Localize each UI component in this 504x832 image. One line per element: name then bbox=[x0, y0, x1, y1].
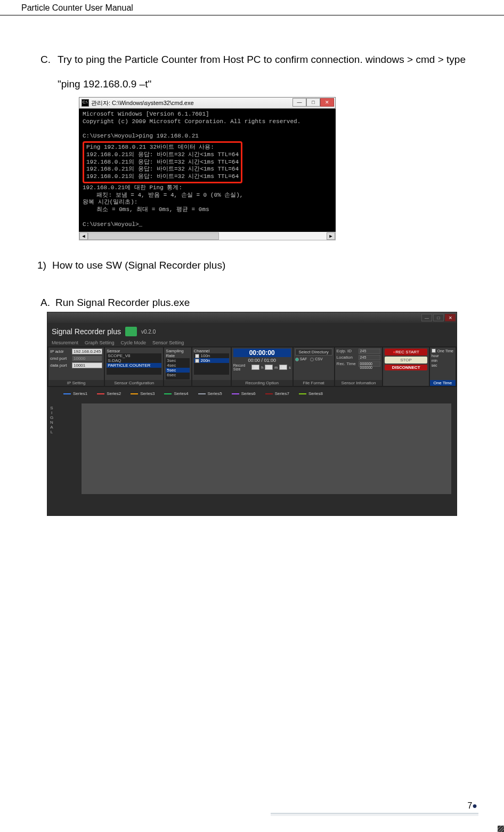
sr-panels: IP addr192.168.0.245 cmd port10000 data … bbox=[47, 346, 457, 387]
panel-channel-footer bbox=[192, 380, 231, 386]
rate-item-0[interactable]: 3sec bbox=[166, 358, 189, 363]
step-a-marker: A. bbox=[37, 297, 55, 309]
page-number: 7● bbox=[467, 801, 477, 811]
channel-item-0[interactable]: 100n bbox=[194, 353, 229, 358]
radio-saf[interactable]: SAF bbox=[295, 357, 307, 361]
radio-on-icon bbox=[295, 358, 299, 361]
cmd-port-field[interactable]: 10000 bbox=[72, 356, 102, 361]
sensor-list[interactable]: SCOPE_V8 S-DAQ PARTICLE COUNTER bbox=[107, 353, 161, 375]
checkbox-icon[interactable] bbox=[195, 354, 199, 358]
rec-s-field[interactable]: 0 bbox=[279, 365, 287, 370]
ip-addr-label: IP addr bbox=[50, 349, 70, 354]
sensor-item-1[interactable]: S-DAQ bbox=[107, 358, 161, 363]
panel-onetime-footer: One Time bbox=[430, 380, 456, 386]
panel-ip: IP addr192.168.0.245 cmd port10000 data … bbox=[48, 348, 104, 386]
menu-measurement[interactable]: Mesurement bbox=[52, 340, 78, 345]
scroll-right-icon[interactable]: ► bbox=[327, 232, 335, 240]
rate-list[interactable]: 3sec 4sec 5sec 6sec bbox=[166, 358, 189, 379]
rec-m-field[interactable]: 0 bbox=[265, 365, 273, 370]
rec-start-button[interactable]: REC START bbox=[385, 349, 427, 356]
sr-chart-area: S I G N A L bbox=[48, 400, 456, 512]
legend-series8[interactable]: Series8 bbox=[299, 391, 323, 396]
cmd-port-label: cmd port bbox=[50, 356, 70, 361]
sr-titlebar[interactable]: Signal Recorder plus v0.2.0 bbox=[47, 323, 457, 340]
file-format-radios: SAF CSV bbox=[295, 357, 332, 361]
disconnect-button[interactable]: DISCONNECT bbox=[385, 365, 427, 370]
record-size-row: Record Size 0h 0m 0s bbox=[233, 364, 291, 371]
legend-series5[interactable]: Series5 bbox=[198, 391, 222, 396]
sr-window-controls: — □ ✕ bbox=[47, 312, 457, 323]
resize-grip-icon[interactable] bbox=[498, 826, 504, 832]
cmd-body[interactable]: Microsoft Windows [Version 6.1.7601] Cop… bbox=[79, 109, 336, 232]
record-timer: 00:00:00 bbox=[233, 349, 291, 357]
menu-cycle-mode[interactable]: Cycle Mode bbox=[121, 340, 147, 345]
sr-title: Signal Recorder plus bbox=[52, 327, 121, 336]
menu-sensor-setting[interactable]: Sensor Setting bbox=[152, 340, 184, 345]
cmd-top: Microsoft Windows [Version 6.1.7601] Cop… bbox=[83, 111, 300, 139]
minimize-button[interactable]: — bbox=[292, 98, 306, 107]
signal-recorder-window: — □ ✕ Signal Recorder plus v0.2.0 Mesure… bbox=[47, 312, 457, 516]
step-a: A. Run Signal Recorder plus.exe bbox=[37, 297, 467, 309]
panel-controls: REC START STOP DISCONNECT bbox=[383, 348, 428, 386]
swatch-icon bbox=[198, 393, 206, 394]
close-button[interactable]: ✕ bbox=[320, 98, 334, 107]
select-directory-button[interactable]: Select Directory bbox=[295, 349, 332, 356]
swatch-icon bbox=[299, 393, 306, 394]
cmd-titlebar[interactable]: 관리자: C:\Windows\system32\cmd.exe — □ ✕ bbox=[79, 97, 336, 109]
panel-info: Eqip. ID245 Location245 Rec. Time000000 … bbox=[335, 348, 383, 386]
scroll-thumb[interactable] bbox=[88, 232, 219, 240]
legend-series1[interactable]: Series1 bbox=[63, 391, 87, 396]
scroll-left-icon[interactable]: ◄ bbox=[79, 232, 88, 240]
sr-version: v0.2.0 bbox=[141, 329, 156, 335]
legend-series7[interactable]: Series7 bbox=[265, 391, 289, 396]
cmd-icon bbox=[82, 99, 89, 107]
panel-record-footer: Recording Option bbox=[232, 380, 292, 386]
legend-series2[interactable]: Series2 bbox=[97, 391, 121, 396]
step-c: C. Try to ping the Particle Counter from… bbox=[37, 47, 467, 96]
eqip-id-field[interactable]: 245 bbox=[359, 349, 381, 354]
channel-item-1[interactable]: 200n bbox=[194, 358, 229, 363]
legend-series4[interactable]: Series4 bbox=[164, 391, 188, 396]
rate-item-1[interactable]: 4sec bbox=[166, 363, 189, 368]
sr-plot-canvas[interactable] bbox=[82, 403, 451, 494]
menu-graph-setting[interactable]: Graph Setting bbox=[85, 340, 115, 345]
rec-time-field[interactable]: 000000 000000 bbox=[359, 361, 381, 367]
cmd-scrollbar[interactable]: ◄ ► bbox=[79, 232, 336, 240]
legend-series6[interactable]: Series6 bbox=[232, 391, 256, 396]
sr-legend: Series1 Series2 Series3 Series4 Series5 … bbox=[47, 387, 457, 397]
panel-sampling-rate: Sampling Rate 3sec 4sec 5sec 6sec bbox=[164, 348, 191, 386]
ip-addr-field[interactable]: 192.168.0.245 bbox=[72, 349, 102, 354]
section-1-text: How to use SW (Signal Recorder plus) bbox=[52, 260, 225, 271]
sr-close-button[interactable]: ✕ bbox=[445, 314, 456, 321]
sr-app-icon bbox=[125, 327, 137, 336]
scroll-track[interactable] bbox=[88, 232, 327, 240]
location-field[interactable]: 245 bbox=[359, 355, 381, 360]
panel-file-footer: File Format bbox=[294, 380, 334, 386]
data-port-field[interactable]: 10001 bbox=[72, 362, 102, 368]
maximize-button[interactable]: □ bbox=[306, 98, 320, 107]
panel-onetime: One Time hour min sec One Time bbox=[430, 348, 456, 386]
sr-maximize-button[interactable]: □ bbox=[433, 314, 444, 321]
panel-sensor-footer: Sensor Configuration bbox=[105, 380, 163, 386]
sensor-header: Sensor bbox=[107, 349, 161, 353]
record-progress: 00:00 / 01:00 bbox=[233, 358, 291, 363]
channel-list[interactable]: 100n 200n bbox=[194, 353, 229, 375]
swatch-icon bbox=[63, 393, 71, 394]
sensor-item-2[interactable]: PARTICLE COUNTER bbox=[107, 363, 161, 368]
rec-h-field[interactable]: 0 bbox=[251, 365, 259, 370]
checkbox-icon[interactable] bbox=[195, 359, 199, 363]
eqip-id-label: Eqip. ID bbox=[337, 349, 357, 354]
radio-csv[interactable]: CSV bbox=[310, 357, 322, 361]
rate-item-3[interactable]: 6sec bbox=[166, 373, 189, 377]
sensor-item-0[interactable]: SCOPE_V8 bbox=[107, 353, 161, 358]
legend-series3[interactable]: Series3 bbox=[131, 391, 155, 396]
step-c-marker: C. bbox=[37, 47, 58, 96]
stop-button[interactable]: STOP bbox=[385, 357, 427, 364]
section-1-marker: 1) bbox=[37, 260, 52, 271]
rate-item-2[interactable]: 5sec bbox=[166, 368, 189, 373]
sr-minimize-button[interactable]: — bbox=[421, 314, 432, 321]
data-port-label: data port bbox=[50, 363, 70, 368]
sr-menu: Mesurement Graph Setting Cycle Mode Sens… bbox=[47, 340, 457, 346]
panel-record: 00:00:00 00:00 / 01:00 Record Size 0h 0m… bbox=[232, 348, 292, 386]
checkbox-icon[interactable] bbox=[432, 349, 436, 353]
